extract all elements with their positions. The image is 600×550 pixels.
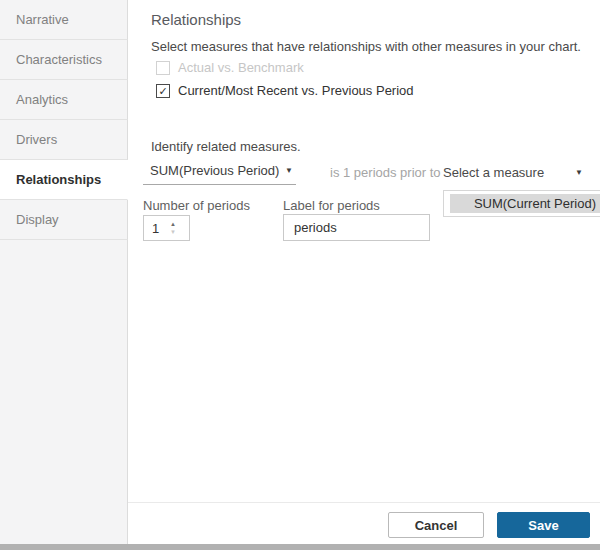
arrow-up-icon[interactable]: ▲ — [170, 221, 176, 227]
checkbox-checked-icon[interactable]: ✓ — [156, 84, 170, 98]
sidebar-item-narrative[interactable]: Narrative — [0, 0, 128, 40]
cancel-button[interactable]: Cancel — [388, 512, 484, 538]
menu-item-sum-current-period[interactable]: SUM(Current Period) — [450, 194, 600, 213]
periods-prior-text: is 1 periods prior to — [330, 165, 441, 180]
chevron-down-icon: ▼ — [285, 167, 293, 175]
page-title: Relationships — [151, 11, 241, 28]
sidebar: Narrative Characteristics Analytics Driv… — [0, 0, 128, 544]
sidebar-item-drivers[interactable]: Drivers — [0, 120, 128, 160]
stepper-arrows: ▲ ▼ — [170, 221, 176, 235]
window-bottom-edge — [0, 544, 600, 550]
checkbox-actual-vs-benchmark: Actual vs. Benchmark — [156, 60, 304, 75]
footer-divider — [128, 502, 600, 503]
checkbox-current-vs-previous-period[interactable]: ✓ Current/Most Recent vs. Previous Perio… — [156, 83, 414, 98]
save-button[interactable]: Save — [497, 512, 590, 538]
number-of-periods-input[interactable] — [144, 221, 168, 236]
sidebar-item-analytics[interactable]: Analytics — [0, 80, 128, 120]
select-measure-dropdown[interactable]: Select a measure ▼ — [443, 165, 583, 180]
previous-period-dropdown-value: SUM(Previous Period) — [150, 163, 279, 178]
label-for-periods-input[interactable] — [283, 214, 430, 241]
arrow-down-icon[interactable]: ▼ — [170, 229, 176, 235]
relationships-settings-dialog: Narrative Characteristics Analytics Driv… — [0, 0, 600, 550]
sidebar-item-characteristics[interactable]: Characteristics — [0, 40, 128, 80]
number-of-periods-label: Number of periods — [143, 198, 250, 213]
number-of-periods-stepper[interactable]: ▲ ▼ — [143, 215, 190, 241]
measure-dropdown-menu: SUM(Current Period) — [443, 190, 600, 217]
label-for-periods-label: Label for periods — [283, 198, 380, 213]
description-text: Select measures that have relationships … — [151, 39, 581, 54]
checkbox-label: Actual vs. Benchmark — [178, 60, 304, 75]
previous-period-dropdown[interactable]: SUM(Previous Period) ▼ — [143, 163, 296, 185]
checkbox-unchecked-icon — [156, 61, 170, 75]
sidebar-item-relationships[interactable]: Relationships — [0, 160, 128, 200]
sidebar-item-display[interactable]: Display — [0, 200, 128, 240]
select-measure-placeholder: Select a measure — [443, 165, 544, 180]
chevron-down-icon: ▼ — [575, 169, 583, 177]
identify-related-measures-label: Identify related measures. — [151, 139, 301, 154]
checkbox-label: Current/Most Recent vs. Previous Period — [178, 83, 414, 98]
sidebar-filler — [0, 240, 128, 544]
